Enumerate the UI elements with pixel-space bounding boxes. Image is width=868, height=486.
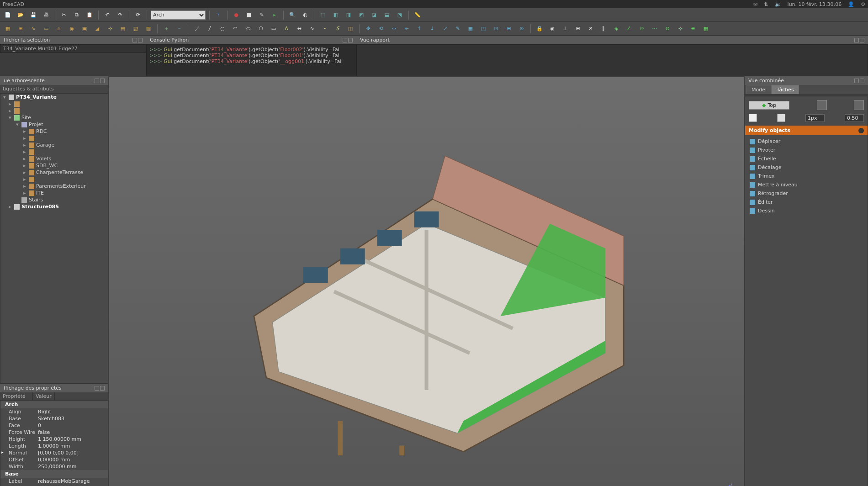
panel-close-icon[interactable] xyxy=(100,386,105,391)
snap-ortho-icon[interactable]: ⊹ xyxy=(675,24,685,34)
property-value[interactable]: [0,00 0,00 0,00] xyxy=(37,450,108,456)
modify-rotate[interactable]: Pivoter xyxy=(745,146,868,154)
paste-icon[interactable]: 📋 xyxy=(85,10,95,20)
expand-toggle[interactable]: ▸ xyxy=(23,142,27,148)
view-front-icon[interactable]: ◧ xyxy=(331,10,341,20)
tree-item[interactable]: CharpenteTerrasse xyxy=(36,169,83,175)
arch-site-icon[interactable]: ◉ xyxy=(67,24,77,34)
draft-drawing-icon[interactable]: ▦ xyxy=(466,24,476,34)
whatsthis-icon[interactable]: ? xyxy=(213,10,223,20)
tree-item[interactable]: Volets xyxy=(36,156,51,162)
expand-toggle[interactable]: ▸ xyxy=(23,176,27,182)
draft-clone-icon[interactable]: ⊛ xyxy=(517,24,527,34)
draft-edit-icon[interactable]: ✎ xyxy=(453,24,463,34)
draft-scale-icon[interactable]: ⤢ xyxy=(440,24,450,34)
continue-mode-button[interactable] xyxy=(854,100,864,110)
cut-icon[interactable]: ✂ xyxy=(59,10,69,20)
modify-move[interactable]: Déplacer xyxy=(745,137,868,146)
tree-item[interactable]: RDC xyxy=(36,128,47,134)
view-left-icon[interactable]: ⬔ xyxy=(395,10,405,20)
expand-toggle[interactable]: ▸ xyxy=(9,108,12,114)
settings-gear-icon[interactable]: ⚙ xyxy=(861,1,865,7)
view-top-icon[interactable]: ◨ xyxy=(344,10,354,20)
snap-endpoint-icon[interactable]: ◈ xyxy=(611,24,621,34)
tree-item[interactable]: ParementsExterieur xyxy=(36,183,86,189)
property-value[interactable]: Sketch083 xyxy=(37,416,108,422)
fontsize-spinner[interactable] xyxy=(845,114,864,122)
modify-objects-header[interactable]: Modify objects xyxy=(745,126,868,135)
draft-rotate-icon[interactable]: ⟲ xyxy=(376,24,386,34)
panel-close-icon[interactable] xyxy=(860,38,864,42)
modify-drawing[interactable]: Dessin xyxy=(745,206,868,215)
macro-play-icon[interactable]: ▸ xyxy=(270,10,280,20)
property-row[interactable]: AlignRight xyxy=(0,408,108,415)
expand-toggle[interactable]: ▸ xyxy=(23,128,27,134)
property-row[interactable]: BaseSketch083 xyxy=(0,415,108,422)
panel-float-icon[interactable] xyxy=(132,38,137,42)
modify-downgrade[interactable]: Rétrograder xyxy=(745,189,868,198)
draft-arc-icon[interactable]: ◠ xyxy=(230,24,240,34)
snap-workingplane-icon[interactable]: ▦ xyxy=(701,24,711,34)
expand-toggle[interactable]: ▸ xyxy=(23,190,27,196)
draft-move-icon[interactable]: ✥ xyxy=(363,24,373,34)
panel-float-icon[interactable] xyxy=(343,38,347,42)
arch-wall-icon[interactable]: ▦ xyxy=(3,24,13,34)
draft-trimex-left-icon[interactable]: ⇤ xyxy=(402,24,412,34)
view-rear-icon[interactable]: ◪ xyxy=(369,10,379,20)
property-row[interactable]: Width250,00000 mm xyxy=(0,463,108,470)
panel-close-icon[interactable] xyxy=(348,38,353,42)
tree-item[interactable]: ITE xyxy=(36,190,44,196)
draft-wire-icon[interactable]: 〳 xyxy=(205,24,215,34)
arch-window-icon[interactable]: ▣ xyxy=(79,24,90,34)
snap-extension-icon[interactable]: ⋯ xyxy=(650,24,660,34)
property-value[interactable]: rehausseMobGarage xyxy=(37,478,108,484)
expand-toggle[interactable]: ▸ xyxy=(9,204,12,210)
macro-edit-icon[interactable]: ✎ xyxy=(257,10,267,20)
property-row[interactable]: Height1 150,00000 mm xyxy=(0,436,108,443)
tree-stairs[interactable]: Stairs xyxy=(29,197,43,203)
collapse-icon[interactable] xyxy=(858,128,864,133)
arch-stairs-icon[interactable]: ▨ xyxy=(143,24,153,34)
expand-toggle[interactable]: ▸ xyxy=(23,183,27,189)
macro-stop-icon[interactable]: ■ xyxy=(244,10,254,20)
draft-shape2dview-icon[interactable]: ◳ xyxy=(478,24,488,34)
property-value[interactable]: Right xyxy=(37,409,108,415)
sound-icon[interactable]: 🔉 xyxy=(775,1,781,7)
property-value[interactable]: 1,00000 mm xyxy=(37,443,108,449)
snap-center-icon[interactable]: ⊙ xyxy=(637,24,647,34)
arch-building-icon[interactable]: ⌂ xyxy=(54,24,64,34)
snap-near-icon[interactable]: ⊚ xyxy=(662,24,672,34)
tree-document[interactable]: PT34_Variante xyxy=(16,94,57,100)
arch-section-icon[interactable]: ▤ xyxy=(118,24,128,34)
mail-icon[interactable]: ✉ xyxy=(753,1,757,7)
draft-circle-icon[interactable]: ○ xyxy=(217,24,228,34)
draft-line-icon[interactable]: ／ xyxy=(192,24,202,34)
panel-float-icon[interactable] xyxy=(95,79,99,83)
tree-project[interactable]: Projet xyxy=(29,122,43,127)
arch-add-icon[interactable]: ＋ xyxy=(161,24,171,34)
tab-model[interactable]: Model xyxy=(746,85,772,94)
zoom-fit-icon[interactable]: 🔍 xyxy=(287,10,297,20)
python-console[interactable]: >>> Gui.getDocument('PT34_Variante').get… xyxy=(146,44,356,76)
modify-offset[interactable]: Décalage xyxy=(745,163,868,172)
arch-rebar-icon[interactable]: ∿ xyxy=(28,24,38,34)
property-value[interactable]: 250,00000 mm xyxy=(37,464,108,470)
modify-scale[interactable]: Échelle xyxy=(745,154,868,163)
property-row[interactable]: Force Wirefalse xyxy=(0,429,108,436)
tree-view[interactable]: ▾PT34_Variante ▸ ▸ ▾Site ▾Projet ▸RDC ▸ … xyxy=(0,93,108,384)
draft-facebinder-icon[interactable]: ◫ xyxy=(345,24,355,34)
view-iso-icon[interactable]: ⬚ xyxy=(318,10,328,20)
refresh-icon[interactable]: ⟳ xyxy=(133,10,143,20)
view-right-icon[interactable]: ◩ xyxy=(356,10,366,20)
property-row[interactable]: Offset0,00000 mm xyxy=(0,456,108,463)
arch-remove-icon[interactable]: － xyxy=(174,24,184,34)
property-value[interactable]: false xyxy=(37,429,108,435)
arch-roof-icon[interactable]: ◢ xyxy=(92,24,102,34)
panel-float-icon[interactable] xyxy=(854,38,859,42)
expand-toggle[interactable]: ▸ xyxy=(23,149,27,155)
snap-angle-icon[interactable]: ∠ xyxy=(624,24,634,34)
draw-style-icon[interactable]: ◐ xyxy=(300,10,310,20)
tree-structure[interactable]: Structure085 xyxy=(21,204,59,210)
draft-ellipse-icon[interactable]: ⬭ xyxy=(243,24,253,34)
workbench-selector[interactable]: Arch xyxy=(151,11,206,20)
